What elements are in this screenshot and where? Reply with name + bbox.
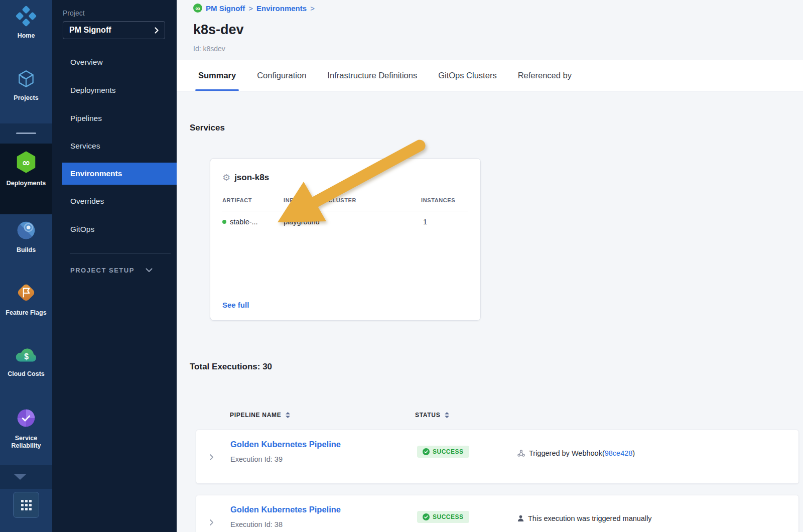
- pipeline-name-link[interactable]: Golden Kubernetes Pipeline: [230, 440, 341, 449]
- webhook-id-link[interactable]: 98ce428: [605, 449, 633, 457]
- project-label: Project: [63, 9, 85, 17]
- sidebar-item-overrides[interactable]: Overrides: [52, 197, 177, 206]
- col-instances: INSTANCES: [421, 197, 455, 203]
- tab-infrastructure-definitions[interactable]: Infrastructure Definitions: [327, 60, 417, 91]
- sidebar-item-pipelines[interactable]: Pipelines: [52, 114, 177, 123]
- main-content: ∞ PM Signoff > Environments > k8s-dev Id…: [177, 0, 803, 532]
- tab-configuration[interactable]: Configuration: [257, 60, 306, 91]
- service-summary-card: ⚙ json-k8s ARTIFACT INFRA/GITOPS CLUSTER…: [210, 158, 481, 321]
- col-artifact: ARTIFACT: [222, 197, 252, 203]
- svg-text:$: $: [24, 352, 29, 361]
- module-deployments[interactable]: ∞ Deployments: [0, 151, 52, 187]
- module-label: Home: [18, 32, 35, 40]
- sidebar-item-gitops[interactable]: GitOps: [52, 225, 177, 234]
- module-label: Cloud Costs: [8, 370, 45, 378]
- harness-home-icon: [15, 5, 37, 30]
- apps-grid-button[interactable]: [13, 492, 39, 518]
- breadcrumb-environments[interactable]: Environments: [256, 4, 307, 13]
- execution-id: Execution Id: 38: [230, 520, 283, 528]
- col-pipeline-name[interactable]: PIPELINE NAME: [230, 412, 290, 419]
- artifact-cell: stable-...: [222, 218, 258, 226]
- chevron-right-icon: [155, 27, 159, 34]
- project-setup-toggle[interactable]: PROJECT SETUP: [70, 267, 153, 274]
- rail-divider-strip: [0, 123, 52, 144]
- sort-icon[interactable]: [445, 412, 449, 418]
- execution-row[interactable]: Golden Kubernetes Pipeline Execution Id:…: [196, 430, 799, 484]
- project-setup-label: PROJECT SETUP: [70, 267, 135, 274]
- artifact-value: stable-...: [230, 218, 258, 226]
- projects-cube-icon: [16, 68, 37, 92]
- chevron-down-icon[interactable]: [14, 474, 27, 480]
- rail-collapse-handle[interactable]: [16, 132, 36, 134]
- sidebar-divider: [70, 253, 171, 254]
- feature-flags-icon: [15, 281, 38, 307]
- check-circle-icon: [423, 448, 430, 455]
- module-cloud-costs[interactable]: $ Cloud Costs: [0, 344, 52, 378]
- service-reliability-icon: [15, 407, 38, 432]
- expand-chevron-icon[interactable]: [207, 518, 215, 528]
- execution-id: Execution Id: 39: [230, 455, 283, 463]
- project-sidebar: Project PM Signoff Overview Deployments …: [52, 0, 177, 532]
- expand-chevron-icon[interactable]: [207, 453, 215, 463]
- builds-ci-icon: [15, 219, 37, 244]
- trigger-text: This execution was triggered manually: [528, 514, 652, 522]
- project-selector[interactable]: PM Signoff: [63, 21, 165, 39]
- sidebar-item-environments[interactable]: Environments: [62, 163, 177, 185]
- sidebar-item-services[interactable]: Services: [52, 142, 177, 151]
- cd-module-icon: ∞: [193, 4, 202, 13]
- module-label: Builds: [17, 246, 36, 254]
- module-label: Feature Flags: [6, 309, 46, 317]
- page-title: k8s-dev: [193, 22, 244, 38]
- cloud-costs-icon: $: [14, 344, 38, 368]
- grid-icon: [21, 500, 32, 510]
- total-executions-heading: Total Executions: 30: [190, 362, 272, 372]
- breadcrumb-project[interactable]: PM Signoff: [206, 4, 245, 13]
- cluster-cell: playground: [284, 218, 320, 226]
- execution-row[interactable]: Golden Kubernetes Pipeline Execution Id:…: [196, 495, 799, 532]
- module-label: Deployments: [7, 180, 46, 188]
- tab-gitops-clusters[interactable]: GitOps Clusters: [438, 60, 496, 91]
- breadcrumb-separator: >: [248, 4, 253, 13]
- tab-summary[interactable]: Summary: [198, 60, 236, 91]
- svg-text:∞: ∞: [22, 157, 31, 169]
- user-icon: [517, 515, 524, 522]
- see-full-link[interactable]: See full: [222, 301, 249, 309]
- service-card-title: ⚙ json-k8s: [222, 173, 269, 183]
- status-badge: SUCCESS: [417, 511, 469, 523]
- webhook-icon: [517, 450, 525, 457]
- breadcrumb: ∞ PM Signoff > Environments >: [193, 4, 315, 13]
- col-label: STATUS: [415, 412, 440, 419]
- module-home[interactable]: Home: [0, 5, 52, 40]
- project-name: PM Signoff: [69, 26, 111, 35]
- page-id: Id: k8sdev: [193, 45, 225, 53]
- trigger-info: Triggered by Webhook(98ce428): [517, 449, 635, 457]
- module-builds[interactable]: Builds: [0, 219, 52, 254]
- trigger-text: Triggered by Webhook(98ce428): [529, 449, 635, 457]
- module-feature-flags[interactable]: Feature Flags: [0, 281, 52, 317]
- sidebar-item-label: Environments: [70, 169, 122, 178]
- chevron-down-icon: [146, 268, 153, 273]
- check-circle-icon: [423, 513, 430, 520]
- card-divider: [222, 211, 468, 211]
- sidebar-item-deployments[interactable]: Deployments: [52, 86, 177, 95]
- col-infra-gitops-cluster: INFRA/GITOPS CLUSTER: [284, 197, 356, 203]
- status-badge: SUCCESS: [417, 446, 469, 458]
- col-label: PIPELINE NAME: [230, 412, 281, 419]
- status-dot-icon: [222, 220, 226, 224]
- module-rail: Home Projects ∞ Deployments: [0, 0, 52, 532]
- sort-icon[interactable]: [286, 412, 290, 418]
- status-label: SUCCESS: [433, 448, 464, 455]
- col-status[interactable]: STATUS: [415, 412, 449, 419]
- module-label: Projects: [14, 94, 38, 102]
- service-gear-icon: ⚙: [222, 173, 230, 182]
- tab-referenced-by[interactable]: Referenced by: [518, 60, 572, 91]
- services-heading: Services: [190, 123, 225, 133]
- tab-bar: Summary Configuration Infrastructure Def…: [177, 60, 803, 91]
- module-service-reliability[interactable]: Service Reliability: [0, 407, 52, 450]
- sidebar-item-overview[interactable]: Overview: [52, 58, 177, 67]
- module-label: Service Reliability: [1, 435, 51, 450]
- pipeline-name-link[interactable]: Golden Kubernetes Pipeline: [230, 505, 341, 514]
- module-projects[interactable]: Projects: [0, 68, 52, 102]
- service-name: json-k8s: [234, 173, 269, 183]
- instances-cell: 1: [423, 218, 427, 226]
